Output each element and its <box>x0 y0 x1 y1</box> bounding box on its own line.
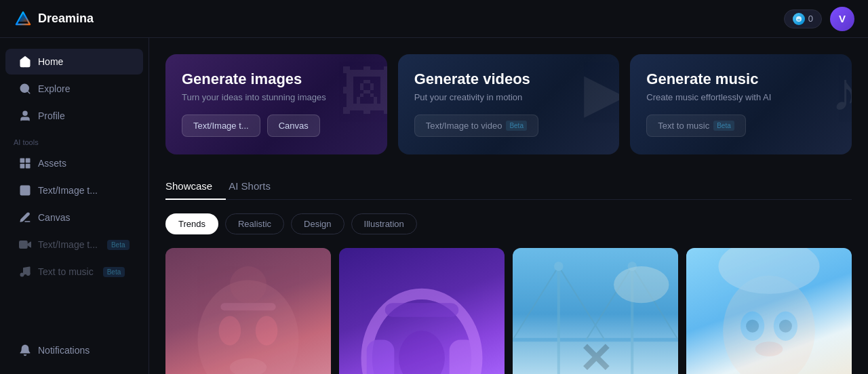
sidebar-item-canvas[interactable]: Canvas <box>5 205 143 230</box>
feature-card-images: Generate images Turn your ideas into stu… <box>165 54 387 154</box>
svg-rect-20 <box>220 303 275 310</box>
headphones-image <box>339 248 505 374</box>
svg-point-35 <box>554 262 564 271</box>
svg-point-39 <box>718 248 819 294</box>
textimage-button[interactable]: Text/Image t... <box>182 115 260 137</box>
svg-rect-27 <box>513 340 678 374</box>
sidebar-label-textimage-beta: Text/Image t... <box>38 239 98 250</box>
logo[interactable]: Dreamina <box>14 9 94 28</box>
bridge-image: ✕ <box>513 248 678 374</box>
svg-text:∞: ∞ <box>797 18 800 22</box>
texttovideo-beta: Beta <box>506 121 527 131</box>
gallery-item-bridge[interactable]: ✕ Alexlai 3 3 <box>513 248 678 374</box>
svg-point-6 <box>23 111 27 115</box>
videos-card-buttons: Text/Image to video Beta <box>414 115 604 137</box>
credits-count: 0 <box>808 14 813 24</box>
texttomusic-beta-badge: Beta <box>103 267 125 277</box>
credits-icon: ∞ <box>793 13 805 25</box>
filter-realistic[interactable]: Realistic <box>225 213 284 234</box>
sidebar-item-textimage-beta[interactable]: Text/Image t... Beta <box>5 232 143 257</box>
feature-cards-row: Generate images Turn your ideas into stu… <box>165 54 852 154</box>
videos-card-title: Generate videos <box>414 70 604 88</box>
sidebar-label-assets: Assets <box>38 158 66 169</box>
canvas-icon <box>19 211 31 224</box>
svg-rect-8 <box>26 159 30 162</box>
layout: Home Explore Profile AI tools Assets <box>0 38 868 374</box>
sidebar-item-textimage[interactable]: Text/Image t... <box>5 178 143 203</box>
tab-showcase[interactable]: Showcase <box>165 173 226 200</box>
textimage-beta-icon <box>19 238 31 251</box>
music-card-buttons: Text to music Beta <box>646 115 835 137</box>
music-card-title: Generate music <box>646 70 835 88</box>
svg-point-26 <box>399 331 445 374</box>
sidebar-label-notifications: Notifications <box>38 345 90 356</box>
texttovideo-button[interactable]: Text/Image to video Beta <box>414 115 538 137</box>
svg-line-5 <box>27 91 29 93</box>
explore-icon <box>19 83 31 95</box>
assets-icon <box>19 157 31 169</box>
videos-card-desc: Put your creativity in motion <box>414 92 604 102</box>
image-grid: ✕ Alexlai 3 3 <box>165 248 852 374</box>
sidebar-item-profile[interactable]: Profile <box>5 103 143 129</box>
music-card-desc: Create music effortlessly with AI <box>646 92 835 102</box>
sidebar-item-texttomusic[interactable]: Text to music Beta <box>5 259 143 285</box>
tabs-row: Showcase AI Shorts <box>165 173 852 200</box>
sidebar-item-notifications[interactable]: Notifications <box>5 337 143 363</box>
sidebar-label-explore: Explore <box>38 83 70 94</box>
gallery-item-robot-girl[interactable] <box>165 248 331 374</box>
svg-line-31 <box>513 266 559 339</box>
svg-marker-12 <box>27 242 31 247</box>
filter-illustration[interactable]: Illustration <box>351 213 417 234</box>
sidebar-item-home[interactable]: Home <box>5 49 143 75</box>
sidebar-label-textimage: Text/Image t... <box>38 185 98 196</box>
svg-rect-7 <box>20 159 24 162</box>
sidebar-label-canvas: Canvas <box>38 212 70 223</box>
texttomusic-card-button[interactable]: Text to music Beta <box>646 115 745 137</box>
sidebar-label-profile: Profile <box>38 110 65 121</box>
images-card-desc: Turn your ideas into stunning images <box>182 92 371 102</box>
filter-trends[interactable]: Trends <box>165 213 218 234</box>
texttomusic-icon <box>19 266 31 278</box>
feature-card-videos: Generate videos Put your creativity in m… <box>398 54 620 154</box>
svg-point-14 <box>20 273 24 276</box>
svg-rect-25 <box>385 303 458 316</box>
svg-rect-24 <box>450 340 477 374</box>
filter-design[interactable]: Design <box>291 213 344 234</box>
svg-rect-13 <box>20 241 27 249</box>
svg-point-44 <box>755 341 783 356</box>
logo-text: Dreamina <box>38 12 94 26</box>
canvas-button[interactable]: Canvas <box>267 115 320 137</box>
sidebar-item-assets[interactable]: Assets <box>5 150 143 176</box>
svg-point-37 <box>614 266 669 303</box>
feature-card-music: Generate music Create music effortlessly… <box>630 54 852 154</box>
profile-icon <box>19 110 31 122</box>
header: Dreamina ∞ 0 V <box>0 0 868 38</box>
tab-ai-shorts[interactable]: AI Shorts <box>226 173 284 200</box>
svg-line-32 <box>559 266 605 339</box>
svg-point-15 <box>26 272 30 276</box>
images-card-title: Generate images <box>182 70 371 88</box>
anime-girl-image <box>686 248 852 374</box>
dreamina-logo-icon <box>14 9 33 28</box>
textimage-icon <box>19 184 31 196</box>
svg-point-21 <box>230 266 267 303</box>
svg-rect-9 <box>20 165 24 168</box>
main-content: Generate images Turn your ideas into stu… <box>149 38 868 374</box>
user-avatar[interactable]: V <box>830 7 854 31</box>
svg-rect-10 <box>26 165 30 168</box>
gallery-item-headphones[interactable] <box>339 248 505 374</box>
sidebar-label-texttomusic: Text to music <box>38 266 94 277</box>
svg-rect-23 <box>367 340 395 374</box>
svg-point-17 <box>219 316 241 345</box>
credits-button[interactable]: ∞ 0 <box>784 9 822 28</box>
header-right: ∞ 0 V <box>784 7 854 31</box>
texttomusic-card-beta: Beta <box>713 121 734 131</box>
robot-girl-image <box>165 248 331 374</box>
sidebar-item-explore[interactable]: Explore <box>5 76 143 102</box>
notifications-icon <box>19 344 31 356</box>
textimage-beta-badge: Beta <box>107 240 130 250</box>
filter-row: Trends Realistic Design Illustration <box>165 213 852 234</box>
ai-tools-label: AI tools <box>0 130 149 149</box>
svg-point-42 <box>746 320 759 333</box>
gallery-item-anime-girl[interactable] <box>686 248 852 374</box>
